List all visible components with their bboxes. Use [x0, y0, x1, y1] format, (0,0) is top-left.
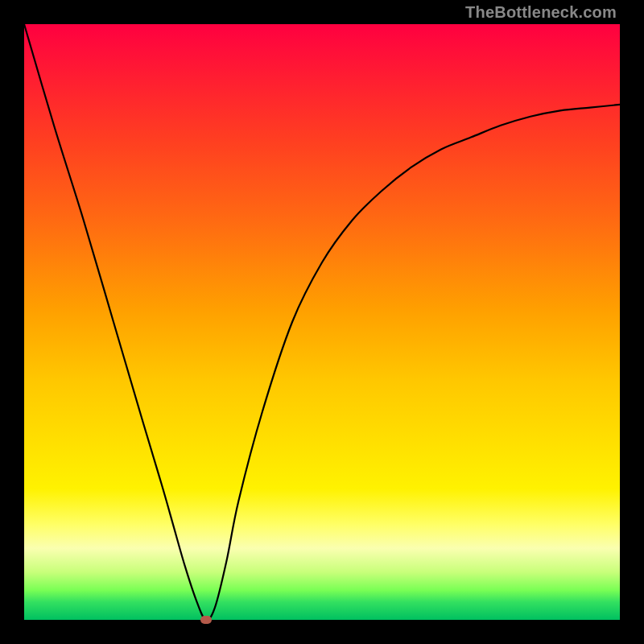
minimum-marker — [200, 616, 212, 624]
bottleneck-curve — [24, 24, 620, 620]
chart-frame — [24, 24, 620, 620]
watermark-text: TheBottleneck.com — [465, 3, 617, 22]
